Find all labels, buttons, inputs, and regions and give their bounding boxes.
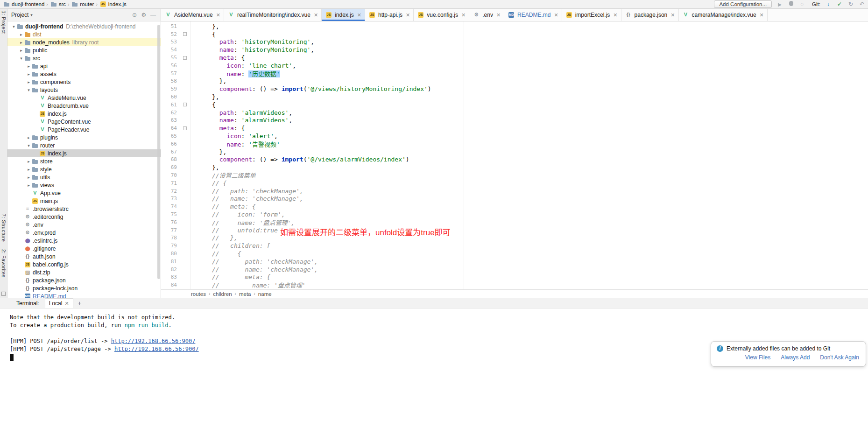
terminal-tab-local[interactable]: Local ✕ xyxy=(45,298,73,308)
code-line[interactable]: 73 // name: 'checkManage', xyxy=(161,195,868,203)
close-icon[interactable]: ✕ xyxy=(760,12,764,18)
code-line[interactable]: 51 }, xyxy=(161,22,868,30)
code-text[interactable]: // name: 'checkManage', xyxy=(190,266,868,273)
code-line[interactable]: 70 //设置二级菜单 xyxy=(161,171,868,179)
tree-item[interactable]: VAsideMenu.vue xyxy=(7,94,161,102)
tree-item[interactable]: ▸api xyxy=(7,62,161,70)
fold-marker-icon[interactable] xyxy=(183,126,187,130)
code-line[interactable]: 69 }, xyxy=(161,163,868,171)
code-line[interactable]: 80 // { xyxy=(161,250,868,258)
git-update-icon[interactable]: ↓ xyxy=(825,1,832,7)
code-line[interactable]: 55 meta: { xyxy=(161,54,868,62)
code-line[interactable]: 82 // name: 'checkManage', xyxy=(161,266,868,273)
locate-file-icon[interactable]: ⊙ xyxy=(131,12,138,18)
code-text[interactable]: }, xyxy=(190,77,868,84)
tree-item[interactable]: JSindex.js xyxy=(7,110,161,118)
code-text[interactable]: }, xyxy=(190,23,868,30)
project-scrollbar[interactable] xyxy=(157,25,160,279)
tree-item[interactable]: VPageContent.vue xyxy=(7,118,161,126)
chevron-down-icon[interactable]: ▾ xyxy=(30,13,33,17)
project-panel-title[interactable]: Project xyxy=(11,12,28,18)
chevron-down-icon[interactable]: ▾ xyxy=(11,24,16,29)
chevron-right-icon[interactable]: ▸ xyxy=(26,72,31,77)
code-text[interactable]: //设置二级菜单 xyxy=(190,171,868,180)
terminal-link[interactable]: http://192.168.66.56:9007 xyxy=(114,346,199,352)
code-line[interactable]: 83 // meta: { xyxy=(161,273,868,281)
hide-panel-icon[interactable]: — xyxy=(149,12,157,18)
terminal-output[interactable]: Note that the development build is not o… xyxy=(0,308,868,434)
code-text[interactable]: component: () => import('@/views/history… xyxy=(190,85,868,92)
fold-gutter[interactable] xyxy=(180,103,190,106)
code-text[interactable]: // path: 'checkManage', xyxy=(190,188,868,195)
tree-item[interactable]: {}package.json xyxy=(7,276,161,284)
code-line[interactable]: 79 // children: [ xyxy=(161,242,868,250)
code-text[interactable]: // children: [ xyxy=(190,242,868,249)
code-text[interactable]: path: 'alarmVideos', xyxy=(190,109,868,116)
tree-item[interactable]: ▾src xyxy=(7,54,161,62)
code-line[interactable]: 53 path: 'historyMonitoring', xyxy=(161,38,868,46)
editor-tab[interactable]: JShttp-api.js✕ xyxy=(365,9,414,21)
code-text[interactable]: }, xyxy=(190,164,868,171)
chevron-right-icon[interactable]: ▸ xyxy=(19,48,24,53)
tree-item[interactable]: MDREADME.md xyxy=(7,292,161,298)
chevron-down-icon[interactable]: ▾ xyxy=(26,88,31,92)
chevron-right-icon[interactable]: ▸ xyxy=(26,159,31,164)
code-line[interactable]: 77 // unfold:true xyxy=(161,226,868,234)
code-editor[interactable]: 51 },52 {53 path: 'historyMonitoring',54… xyxy=(161,21,868,289)
code-line[interactable]: 54 name: 'historyMonitoring', xyxy=(161,46,868,54)
close-icon[interactable]: ✕ xyxy=(216,12,220,18)
code-text[interactable]: meta: { xyxy=(190,125,868,132)
close-icon[interactable]: ✕ xyxy=(461,12,466,18)
close-icon[interactable]: ✕ xyxy=(64,301,69,307)
code-line[interactable]: 57 name: '历史数据' xyxy=(161,70,868,77)
code-text[interactable]: name: '告警视频' xyxy=(190,140,868,148)
close-icon[interactable]: ✕ xyxy=(613,12,617,18)
editor-tab[interactable]: MDREADME.md✕ xyxy=(504,9,562,21)
editor-tab[interactable]: JSimportExcel.js✕ xyxy=(562,9,621,21)
editor-body[interactable]: 51 },52 {53 path: 'historyMonitoring',54… xyxy=(161,21,868,289)
code-line[interactable]: 66 name: '告警视频' xyxy=(161,140,868,148)
code-breadcrumb-item[interactable]: meta xyxy=(239,291,251,297)
code-text[interactable]: { xyxy=(190,31,868,38)
gear-icon[interactable]: ⚙ xyxy=(140,12,148,18)
tree-item[interactable]: ▸utils xyxy=(7,173,161,181)
code-line[interactable]: 65 icon: 'alert', xyxy=(161,132,868,140)
breadcrumb-item[interactable]: src xyxy=(50,0,66,8)
tool-button-favorites[interactable]: 2: Favorites xyxy=(1,249,7,278)
chevron-right-icon[interactable]: ▸ xyxy=(26,183,31,188)
editor-tab[interactable]: {}package.json✕ xyxy=(621,9,679,21)
fold-marker-icon[interactable] xyxy=(183,56,187,60)
tree-item[interactable]: ⬤.gitignore xyxy=(7,245,161,252)
editor-tab[interactable]: VrealTimeMonitoring\index.vue✕ xyxy=(224,9,322,21)
chevron-right-icon[interactable]: ▸ xyxy=(26,135,31,140)
tree-item[interactable]: JSbabel.config.js xyxy=(7,260,161,268)
tree-item[interactable]: ▸components xyxy=(7,78,161,86)
code-text[interactable]: // { xyxy=(190,180,868,187)
code-line[interactable]: 59 component: () => import('@/views/hist… xyxy=(161,85,868,93)
code-text[interactable]: component: () => import('@/views/alarmVi… xyxy=(190,156,868,163)
fold-gutter[interactable] xyxy=(180,56,190,60)
close-icon[interactable]: ✕ xyxy=(406,12,410,18)
code-text[interactable]: // name: 'checkManage', xyxy=(190,195,868,202)
tree-item[interactable]: ▾router xyxy=(7,141,161,149)
code-line[interactable]: 56 icon: 'line-chart', xyxy=(161,62,868,70)
add-configuration-button[interactable]: Add Configuration... xyxy=(714,0,772,8)
profile-icon[interactable]: ◌ xyxy=(799,1,805,7)
tree-item[interactable]: ≡.browserslistrc xyxy=(7,205,161,213)
git-commit-icon[interactable]: ✓ xyxy=(836,1,843,7)
tree-item[interactable]: VApp.vue xyxy=(7,189,161,197)
fold-gutter[interactable] xyxy=(180,32,190,36)
code-breadcrumb-item[interactable]: name xyxy=(258,291,272,297)
code-line[interactable]: 61 { xyxy=(161,101,868,109)
code-line[interactable]: 72 // path: 'checkManage', xyxy=(161,187,868,195)
close-icon[interactable]: ✕ xyxy=(314,12,318,18)
code-line[interactable]: 78 // }, xyxy=(161,234,868,242)
tree-item[interactable]: ▸style xyxy=(7,165,161,173)
breadcrumb-item[interactable]: JSindex.js xyxy=(99,0,127,8)
debug-icon[interactable] xyxy=(788,1,794,7)
editor-tab[interactable]: ⚙.env✕ xyxy=(469,9,504,21)
always-add-link[interactable]: Always Add xyxy=(781,354,810,361)
chevron-right-icon[interactable]: ▸ xyxy=(26,175,31,180)
tool-button-project[interactable]: 1: Project xyxy=(1,11,7,34)
editor-tab[interactable]: VcameraManage\index.vue✕ xyxy=(679,9,768,21)
